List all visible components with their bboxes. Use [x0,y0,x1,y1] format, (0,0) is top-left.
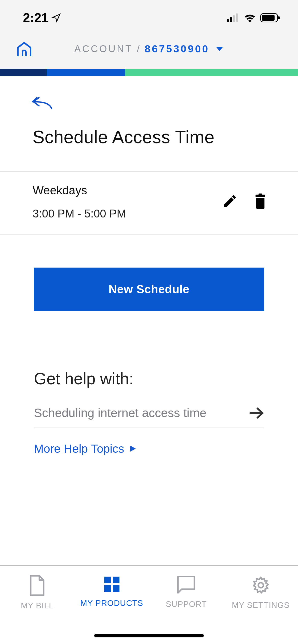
status-bar: 2:21 [0,0,298,36]
nav-my-settings[interactable]: MY SETTINGS [224,566,298,644]
svg-rect-12 [104,585,111,592]
nav-support[interactable]: SUPPORT [149,566,224,644]
help-item-scheduling[interactable]: Scheduling internet access time [34,388,264,428]
gear-icon [251,575,271,595]
nav-support-label: SUPPORT [166,599,207,609]
location-arrow-icon [51,13,61,23]
svg-rect-2 [233,15,235,22]
svg-rect-10 [104,577,111,583]
new-schedule-label: New Schedule [109,282,189,296]
back-button[interactable] [32,97,52,109]
nav-my-products[interactable]: MY PRODUCTS [75,566,149,644]
schedule-time: 3:00 PM - 5:00 PM [33,207,126,220]
schedule-name: Weekdays [33,183,126,197]
schedule-row: Weekdays 3:00 PM - 5:00 PM [0,171,298,235]
arrow-right-icon [249,407,264,419]
svg-rect-11 [113,577,119,583]
nav-my-bill[interactable]: MY BILL [0,566,75,644]
svg-point-14 [258,583,263,588]
home-indicator[interactable] [94,634,204,637]
new-schedule-button[interactable]: New Schedule [34,268,264,311]
svg-rect-13 [113,585,119,592]
svg-rect-5 [262,15,275,21]
app-header: ACCOUNT / 867530900 [0,36,298,69]
status-time: 2:21 [23,10,61,25]
nav-my-products-label: MY PRODUCTS [80,598,143,608]
status-right [227,13,280,22]
svg-rect-3 [236,13,238,22]
cellular-icon [227,13,239,22]
back-arrow-icon [32,97,52,109]
document-icon [28,575,46,596]
chat-icon [177,575,196,594]
account-number: 867530900 [145,43,209,55]
page-title: Schedule Access Time [0,110,298,171]
svg-rect-8 [259,194,262,195]
delete-schedule-button[interactable] [253,193,267,210]
account-selector[interactable]: ACCOUNT / 867530900 [15,43,283,55]
chevron-down-icon [215,46,224,52]
play-triangle-icon [129,445,137,452]
trash-icon [253,193,267,209]
more-help-topics-link[interactable]: More Help Topics [34,442,264,456]
account-label: ACCOUNT / [74,43,141,54]
status-time-text: 2:21 [23,10,48,25]
edit-schedule-button[interactable] [222,193,238,210]
brand-stripe [0,69,298,76]
bottom-nav: MY BILL MY PRODUCTS SUPPORT MY SETTINGS [0,565,298,644]
battery-icon [260,13,280,22]
nav-my-bill-label: MY BILL [21,601,54,610]
svg-rect-6 [278,16,280,19]
wifi-icon [243,13,256,22]
pencil-icon [222,193,238,209]
help-title: Get help with: [34,369,264,388]
nav-my-settings-label: MY SETTINGS [232,601,290,610]
grid-icon [103,575,121,593]
help-item-label: Scheduling internet access time [34,406,207,420]
more-help-label: More Help Topics [34,442,124,456]
svg-rect-1 [230,17,232,22]
svg-rect-0 [227,19,229,22]
